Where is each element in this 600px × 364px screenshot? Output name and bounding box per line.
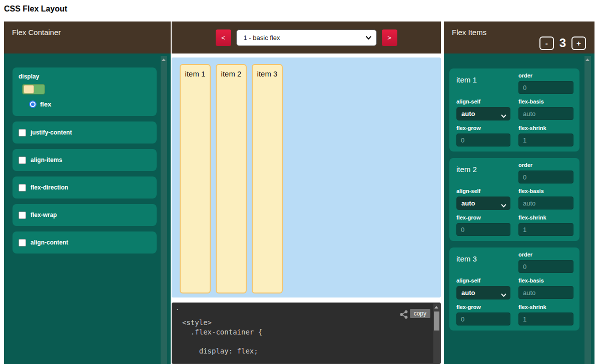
item1-flex-shrink-input[interactable] — [518, 134, 573, 146]
flex-direction-label: flex-direction — [31, 184, 68, 191]
align-self-label: align-self — [456, 278, 510, 284]
scroll-up-icon[interactable] — [585, 58, 589, 61]
scroll-up-icon[interactable] — [434, 306, 438, 308]
flex-preview-item-3: item 3 — [252, 64, 283, 294]
flex-container-panel-header: Flex Container — [4, 22, 171, 54]
display-card: display flex — [13, 68, 157, 116]
display-flex-radio[interactable] — [29, 100, 37, 108]
flex-grow-label: flex-grow — [456, 125, 510, 131]
justify-content-label: justify-content — [31, 129, 72, 136]
flex-items-panel-header: Flex Items - 3 + — [444, 22, 594, 54]
flex-items-panel-title: Flex Items — [452, 28, 486, 36]
prev-example-button[interactable]: < — [216, 30, 231, 46]
flex-item-card-3: item 3 order align-self auto — [449, 248, 579, 330]
display-flex-radio-label: flex — [40, 100, 51, 108]
flex-preview-container: item 1 item 2 item 3 — [172, 58, 441, 298]
item2-flex-shrink-input[interactable] — [518, 223, 573, 236]
flex-basis-label: flex-basis — [518, 98, 573, 104]
code-block: <style> .flex-container { display: flex; — [182, 318, 262, 356]
flex-item-card-1-title: item 1 — [456, 76, 510, 94]
justify-content-checkbox[interactable] — [19, 129, 26, 136]
order-label: order — [518, 72, 573, 78]
align-items-checkbox[interactable] — [19, 156, 26, 164]
item3-flex-shrink-input[interactable] — [518, 312, 573, 326]
align-self-label: align-self — [456, 98, 510, 104]
flex-container-panel: Flex Container display flex justify-cont… — [4, 22, 171, 364]
flex-wrap-checkbox[interactable] — [19, 212, 26, 219]
flex-shrink-label: flex-shrink — [518, 125, 573, 131]
justify-content-card[interactable]: justify-content — [13, 122, 157, 144]
flex-item-card-2: item 2 order align-self auto — [449, 158, 579, 241]
item2-order-input[interactable] — [518, 170, 573, 184]
flex-item-card-2-title: item 2 — [456, 165, 510, 184]
next-example-button[interactable]: > — [382, 30, 397, 46]
flex-direction-card[interactable]: flex-direction — [13, 176, 157, 198]
item1-order-input[interactable] — [518, 81, 573, 94]
remove-item-button[interactable]: - — [539, 36, 554, 50]
flex-shrink-label: flex-shrink — [518, 304, 573, 310]
code-area: . <style> .flex-container { display: fle… — [172, 302, 441, 364]
item1-flex-basis-input[interactable] — [518, 107, 573, 120]
align-self-label: align-self — [456, 188, 510, 194]
copy-button[interactable]: copy — [410, 309, 430, 318]
flex-container-panel-title: Flex Container — [12, 28, 61, 36]
flex-wrap-label: flex-wrap — [31, 212, 57, 218]
item2-flex-basis-input[interactable] — [518, 196, 573, 210]
example-nav-bar: < 1 - basic flex > — [172, 22, 441, 54]
item3-flex-grow-input[interactable] — [456, 312, 510, 326]
display-toggle[interactable] — [22, 84, 45, 94]
app-window: CSS Flex Layout Flex Container display f… — [0, 0, 600, 364]
flex-grow-label: flex-grow — [456, 214, 510, 220]
flex-basis-label: flex-basis — [518, 188, 573, 194]
scroll-up-icon[interactable] — [162, 58, 166, 61]
code-scrollbar[interactable] — [433, 304, 440, 363]
item1-align-self-select[interactable]: auto — [456, 107, 510, 120]
flex-preview-item-2: item 2 — [216, 64, 247, 294]
page-title: CSS Flex Layout — [4, 4, 67, 14]
left-panel-scrollbar[interactable] — [161, 56, 167, 364]
flex-basis-label: flex-basis — [518, 278, 573, 284]
item3-align-self-select[interactable]: auto — [456, 286, 510, 300]
align-content-label: align-content — [31, 239, 68, 246]
right-panel-scrollbar[interactable] — [584, 56, 591, 364]
flex-preview-item-1: item 1 — [180, 64, 211, 294]
flex-wrap-card[interactable]: flex-wrap — [13, 204, 157, 226]
example-select[interactable]: 1 - basic flex — [236, 30, 377, 46]
flex-shrink-label: flex-shrink — [518, 214, 573, 220]
item2-align-self-select[interactable]: auto — [456, 196, 510, 210]
flex-items-panel-body: item 1 order align-self auto — [444, 54, 594, 364]
display-toggle-knob[interactable] — [24, 85, 34, 94]
align-content-card[interactable]: align-content — [13, 232, 157, 254]
item3-flex-basis-input[interactable] — [518, 286, 573, 299]
flex-item-card-1: item 1 order align-self auto — [449, 68, 579, 152]
align-items-card[interactable]: align-items — [13, 149, 157, 171]
add-item-button[interactable]: + — [571, 36, 586, 50]
align-content-checkbox[interactable] — [19, 239, 26, 246]
share-icon[interactable] — [399, 310, 408, 319]
display-card-label: display — [19, 73, 151, 80]
flex-grow-label: flex-grow — [456, 304, 510, 310]
flex-item-card-3-title: item 3 — [456, 254, 510, 273]
item-count: 3 — [559, 36, 566, 50]
flex-direction-checkbox[interactable] — [19, 184, 26, 192]
align-items-label: align-items — [31, 156, 62, 164]
order-label: order — [518, 252, 573, 258]
flex-container-panel-body: display flex justify-content align-item — [4, 54, 171, 364]
preview-column: < 1 - basic flex > item 1 item 2 item 3 … — [172, 22, 441, 364]
flex-items-panel: Flex Items - 3 + item 1 order align-self — [444, 22, 594, 364]
item-count-controls: - 3 + — [539, 36, 586, 50]
item2-flex-grow-input[interactable] — [456, 223, 510, 236]
item1-flex-grow-input[interactable] — [456, 134, 510, 146]
item3-order-input[interactable] — [518, 260, 573, 273]
code-area-dot: . — [176, 305, 179, 312]
order-label: order — [518, 162, 573, 168]
code-scrollbar-thumb[interactable] — [434, 312, 439, 330]
